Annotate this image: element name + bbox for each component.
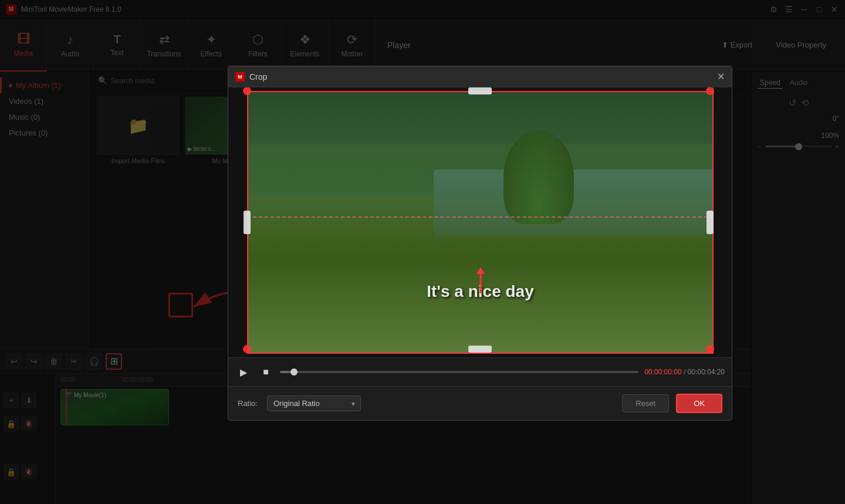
crop-handle-top-center[interactable] — [468, 87, 492, 94]
ok-button[interactable]: OK — [676, 394, 722, 413]
ratio-select[interactable]: Original Ratio 1:1 16:9 4:3 9:16 3:4 — [267, 395, 361, 411]
ratio-label: Ratio: — [238, 399, 258, 408]
crop-close-button[interactable]: ✕ — [717, 71, 725, 82]
crop-handle-right-center[interactable] — [707, 211, 714, 234]
up-arrow-icon — [475, 267, 486, 296]
reset-button[interactable]: Reset — [622, 394, 669, 412]
progress-thumb[interactable] — [290, 368, 298, 376]
time-separator: / — [684, 368, 688, 376]
crop-title: M Crop — [235, 72, 267, 82]
crop-title-label: Crop — [249, 72, 267, 82]
current-time: 00:00:00:00 — [644, 368, 681, 376]
crop-modal: M Crop ✕ It's a nice day — [228, 66, 732, 421]
crop-image: It's a nice day — [247, 91, 714, 354]
crop-footer: Ratio: Original Ratio 1:1 16:9 4:3 9:16 … — [228, 387, 732, 420]
play-button[interactable]: ▶ — [235, 364, 252, 380]
crop-handle-bottom-left[interactable] — [243, 345, 251, 353]
crop-playback-controls: ▶ ■ 00:00:00:00 / 00:00:04:20 — [228, 357, 732, 387]
crop-handle-left-center[interactable] — [244, 211, 251, 234]
crop-handle-bottom-center[interactable] — [468, 346, 492, 353]
crop-header: M Crop ✕ — [228, 66, 732, 87]
svg-marker-1 — [476, 267, 485, 274]
ratio-select-wrapper[interactable]: Original Ratio 1:1 16:9 4:3 9:16 3:4 ▼ — [267, 395, 361, 411]
crop-overlay: M Crop ✕ It's a nice day — [0, 0, 845, 504]
crop-canvas-area: It's a nice day — [228, 87, 732, 357]
crop-handle-bottom-right[interactable] — [706, 345, 714, 353]
progress-fill — [280, 371, 290, 373]
total-time: 00:00:04:20 — [688, 368, 725, 376]
crop-dialog-icon: M — [235, 72, 245, 82]
progress-bar[interactable] — [280, 371, 638, 373]
playback-time: 00:00:00:00 / 00:00:04:20 — [644, 368, 725, 376]
stop-button[interactable]: ■ — [258, 364, 274, 380]
